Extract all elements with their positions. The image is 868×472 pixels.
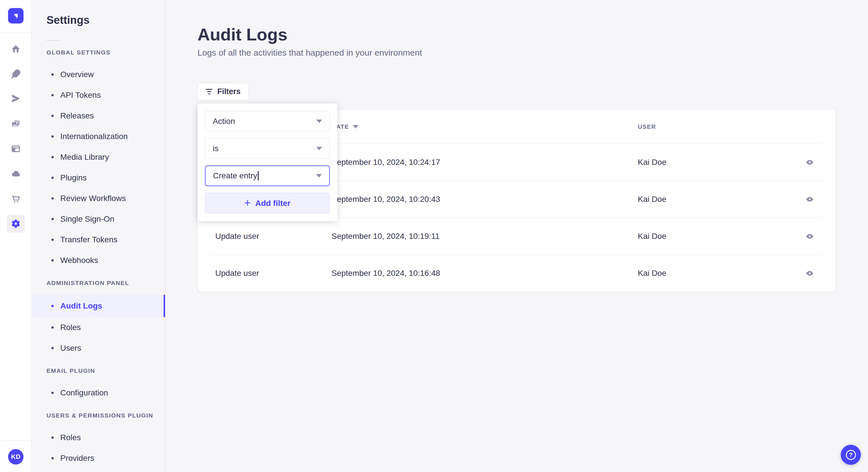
bullet-icon (51, 115, 54, 117)
cell-user: Kai Doe (638, 195, 784, 204)
chevron-down-icon (316, 120, 322, 123)
user-avatar[interactable]: KD (8, 449, 24, 465)
sidebar-item-media-library[interactable]: Media Library (32, 147, 165, 167)
filter-icon (206, 89, 212, 95)
table-row[interactable]: Update user September 10, 2024, 10:16:48… (197, 255, 836, 292)
filter-field-select[interactable]: Action (205, 111, 330, 132)
view-details-button[interactable] (802, 192, 817, 207)
sidebar-item-label: Webhooks (60, 256, 98, 265)
cell-date: September 10, 2024, 10:20:43 (332, 195, 638, 204)
eye-icon (805, 158, 814, 167)
eye-icon (805, 195, 814, 204)
page-title: Audit Logs (197, 25, 868, 44)
filters-button[interactable]: Filters (197, 83, 249, 100)
bullet-icon (51, 177, 54, 179)
view-details-button[interactable] (802, 266, 817, 281)
filters-button-label: Filters (217, 87, 241, 96)
eye-icon (805, 269, 814, 278)
cell-action: Update user (197, 232, 332, 241)
cell-user: Kai Doe (638, 232, 784, 241)
sidebar-item-label: Configuration (60, 388, 108, 398)
sidebar-item-up-roles[interactable]: Roles (32, 427, 165, 448)
sidebar-item-plugins[interactable]: Plugins (32, 167, 165, 188)
sidebar-item-webhooks[interactable]: Webhooks (32, 250, 165, 271)
bullet-icon (51, 326, 54, 329)
text-cursor (258, 171, 259, 180)
bullet-icon (51, 392, 54, 394)
section-email-plugin: EMAIL PLUGIN (46, 367, 165, 374)
nav-paper-plane-icon[interactable] (0, 86, 32, 111)
bullet-icon (51, 135, 54, 138)
nav-home-icon[interactable] (0, 36, 32, 61)
settings-title-divider (46, 40, 60, 41)
sidebar-item-label: Single Sign-On (60, 214, 114, 224)
nav-content-feather-icon[interactable] (0, 61, 32, 86)
sidebar-item-up-providers[interactable]: Providers (32, 448, 165, 469)
settings-title: Settings (46, 13, 165, 27)
sidebar-item-label: Audit Logs (60, 301, 102, 310)
filter-operator-select[interactable]: is (205, 138, 330, 159)
cell-date: September 10, 2024, 10:24:17 (332, 158, 638, 167)
sidebar-item-email-configuration[interactable]: Configuration (32, 382, 165, 403)
cell-user: Kai Doe (638, 269, 784, 278)
strapi-logo[interactable] (8, 8, 24, 24)
bullet-icon (51, 457, 54, 460)
nav-marketplace-cart-icon[interactable] (0, 186, 32, 211)
filter-value-combobox[interactable]: Create entry (205, 165, 330, 186)
sidebar-item-label: Plugins (60, 173, 87, 182)
bullet-icon (51, 239, 54, 241)
nav-media-library-icon[interactable] (0, 111, 32, 136)
filter-field-value: Action (213, 117, 235, 126)
bullet-icon (51, 218, 54, 220)
question-mark-icon: ? (846, 450, 856, 460)
sidebar-item-admin-roles[interactable]: Roles (32, 317, 165, 338)
plus-icon: + (244, 197, 251, 208)
help-button[interactable]: ? (841, 445, 861, 465)
table-row[interactable]: Update user September 10, 2024, 10:19:11… (197, 217, 836, 255)
sidebar-item-label: Roles (60, 323, 81, 332)
sidebar-item-releases[interactable]: Releases (32, 105, 165, 126)
sidebar-item-single-sign-on[interactable]: Single Sign-On (32, 209, 165, 229)
add-filter-button[interactable]: + Add filter (205, 193, 330, 214)
sidebar-item-label: API Tokens (60, 91, 101, 100)
filter-value-text: Create entry (213, 171, 259, 180)
chevron-down-icon (316, 174, 322, 177)
sidebar-item-review-workflows[interactable]: Review Workflows (32, 188, 165, 209)
bullet-icon (51, 94, 54, 96)
cell-user: Kai Doe (638, 158, 784, 167)
bullet-icon (51, 259, 54, 262)
sidebar-item-label: Overview (60, 70, 94, 79)
cell-date: September 10, 2024, 10:16:48 (332, 269, 638, 278)
sidebar-item-overview[interactable]: Overview (32, 64, 165, 85)
strapi-logo-icon (11, 11, 21, 21)
nav-layout-icon[interactable] (0, 136, 32, 161)
page-subtitle: Logs of all the activities that happened… (197, 48, 868, 58)
section-administration-panel: ADMINISTRATION PANEL (46, 279, 165, 287)
section-users-permissions-plugin: USERS & PERMISSIONS PLUGIN (46, 412, 165, 419)
nav-cloud-icon[interactable] (0, 161, 32, 186)
view-details-button[interactable] (802, 155, 817, 170)
settings-active-tile (7, 215, 25, 233)
table-header-date[interactable]: DATE (332, 123, 638, 130)
sidebar-item-label: Providers (60, 453, 94, 463)
nav-settings-gear-icon[interactable] (0, 211, 32, 236)
icon-rail: KD (0, 0, 32, 472)
section-global-settings: GLOBAL SETTINGS (46, 49, 165, 56)
main-content: Audit Logs Logs of all the activities th… (165, 0, 868, 472)
sidebar-item-label: Releases (60, 111, 94, 121)
sidebar-item-audit-logs[interactable]: Audit Logs (32, 295, 165, 317)
bullet-icon (51, 156, 54, 158)
filter-operator-value: is (213, 144, 218, 153)
filter-popover: Action is Create entry + Add filter (197, 103, 337, 221)
chevron-down-icon (316, 147, 322, 150)
rail-divider (0, 32, 31, 33)
eye-icon (805, 232, 814, 241)
sidebar-item-admin-users[interactable]: Users (32, 338, 165, 359)
sidebar-item-internationalization[interactable]: Internationalization (32, 126, 165, 147)
cell-date: September 10, 2024, 10:19:11 (332, 232, 638, 241)
sidebar-item-transfer-tokens[interactable]: Transfer Tokens (32, 229, 165, 250)
sidebar-item-api-tokens[interactable]: API Tokens (32, 85, 165, 105)
sidebar-item-label: Roles (60, 433, 81, 442)
sidebar-item-label: Transfer Tokens (60, 235, 117, 244)
view-details-button[interactable] (802, 229, 817, 244)
